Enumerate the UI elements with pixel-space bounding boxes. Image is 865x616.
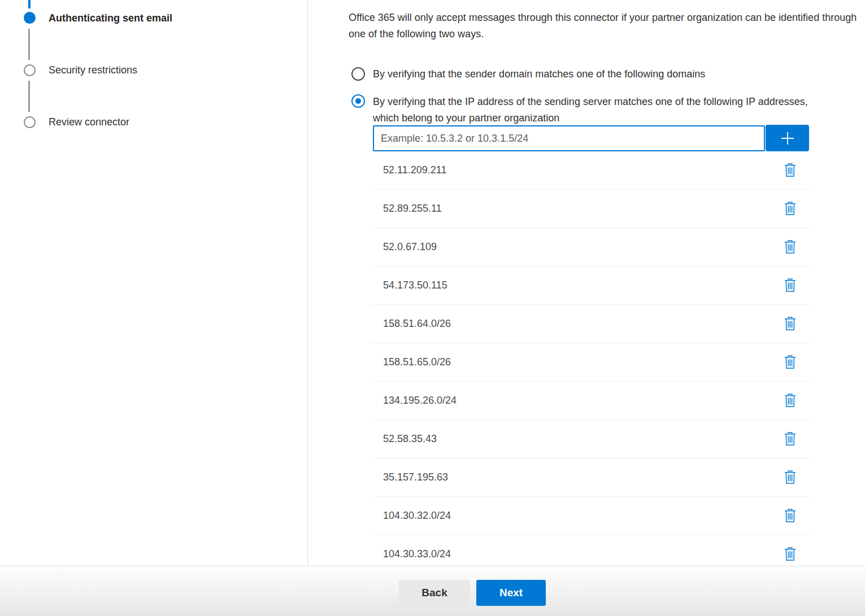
- trash-icon: [784, 394, 796, 408]
- trash-icon: [784, 470, 796, 484]
- delete-ip-button[interactable]: [783, 354, 797, 370]
- trash-icon: [784, 355, 796, 369]
- ip-address-text: 158.51.65.0/26: [383, 356, 451, 368]
- ip-address-row: 52.58.35.43: [371, 420, 810, 458]
- trash-icon: [784, 547, 796, 561]
- ip-address-text: 52.58.35.43: [383, 433, 437, 445]
- delete-ip-button[interactable]: [783, 469, 797, 486]
- ip-address-list: 52.11.209.211 52.89.255.11: [371, 151, 810, 566]
- stepper-connector: [28, 81, 30, 112]
- radio-option-label: By verifying that the sender domain matc…: [373, 67, 705, 81]
- delete-ip-button[interactable]: [783, 316, 797, 332]
- delete-ip-button[interactable]: [783, 392, 797, 409]
- next-button[interactable]: Next: [476, 580, 546, 606]
- ip-address-row: 52.89.255.11: [371, 190, 810, 228]
- ip-address-row: 158.51.64.0/26: [371, 305, 810, 343]
- stepper-rail-top: [28, 0, 31, 8]
- radio-button-icon[interactable]: [351, 94, 365, 108]
- plus-icon: [779, 130, 796, 147]
- trash-icon: [784, 317, 796, 331]
- trash-icon: [784, 509, 796, 523]
- trash-icon: [784, 240, 796, 254]
- ip-address-row: 104.30.32.0/24: [371, 497, 810, 535]
- trash-icon: [784, 432, 796, 446]
- ip-address-row: 52.11.209.211: [371, 151, 810, 190]
- ip-address-row: 158.51.65.0/26: [371, 343, 810, 382]
- ip-address-row: 35.157.195.63: [371, 458, 810, 497]
- step-review-connector[interactable]: Review connector: [49, 116, 129, 128]
- step-circle-icon: [24, 116, 36, 128]
- delete-ip-button[interactable]: [783, 277, 797, 294]
- ip-address-input[interactable]: [373, 125, 765, 151]
- wizard-footer: Back Next: [0, 566, 865, 616]
- ip-address-row: 54.173.50.115: [371, 267, 810, 305]
- ip-address-text: 35.157.195.63: [383, 471, 448, 483]
- delete-ip-button[interactable]: [783, 546, 797, 562]
- delete-ip-button[interactable]: [783, 431, 797, 447]
- delete-ip-button[interactable]: [783, 239, 797, 255]
- stepper-connector: [28, 29, 30, 60]
- wizard-stepper: Authenticating sent email Security restr…: [0, 0, 308, 566]
- step-circle-icon: [24, 64, 36, 76]
- radio-button-icon[interactable]: [351, 67, 365, 81]
- ip-address-text: 104.30.32.0/24: [383, 510, 451, 522]
- ip-address-text: 134.195.26.0/24: [383, 395, 457, 407]
- radio-option-label: By verifying that the IP address of the …: [373, 94, 833, 126]
- delete-ip-button[interactable]: [783, 200, 797, 217]
- ip-address-text: 104.30.33.0/24: [383, 548, 451, 560]
- delete-ip-button[interactable]: [783, 508, 797, 524]
- radio-selected-dot: [355, 98, 361, 104]
- step-authenticating-sent-email[interactable]: Authenticating sent email: [49, 12, 172, 24]
- page-description: Office 365 will only accept messages thr…: [349, 10, 864, 42]
- back-button[interactable]: Back: [399, 580, 470, 606]
- ip-address-text: 54.173.50.115: [383, 279, 447, 291]
- step-current-dot: [24, 12, 36, 24]
- trash-icon: [784, 202, 796, 216]
- add-ip-button[interactable]: [766, 125, 809, 151]
- ip-address-text: 52.11.209.211: [383, 164, 446, 176]
- ip-address-text: 52.89.255.11: [383, 203, 442, 215]
- delete-ip-button[interactable]: [783, 162, 797, 178]
- ip-address-row: 52.0.67.109: [371, 228, 810, 267]
- ip-address-text: 52.0.67.109: [383, 241, 437, 253]
- trash-icon: [784, 163, 796, 177]
- ip-address-row: 104.30.33.0/24: [371, 535, 810, 566]
- trash-icon: [784, 278, 796, 292]
- step-security-restrictions[interactable]: Security restrictions: [49, 64, 137, 76]
- radio-option-sender-domain[interactable]: By verifying that the sender domain matc…: [351, 67, 705, 81]
- radio-option-ip-address[interactable]: By verifying that the IP address of the …: [351, 94, 833, 126]
- ip-address-row: 134.195.26.0/24: [371, 382, 810, 420]
- ip-address-text: 158.51.64.0/26: [383, 318, 451, 330]
